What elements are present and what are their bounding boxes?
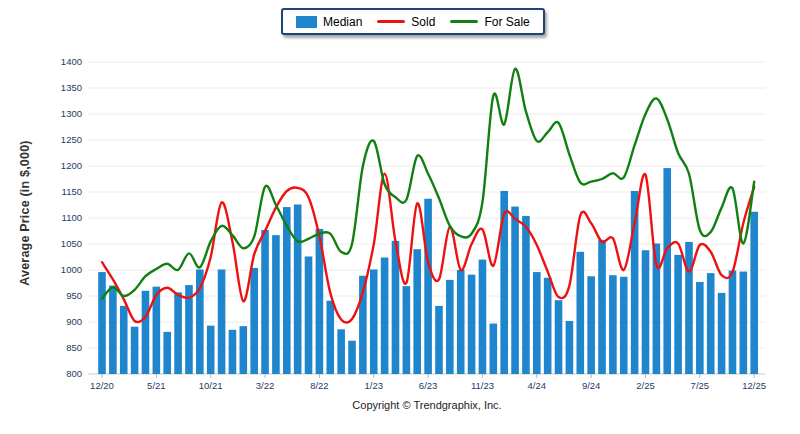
legend-item-sold: Sold bbox=[377, 15, 435, 29]
median-bar bbox=[174, 292, 182, 374]
median-bar bbox=[555, 300, 563, 374]
median-bar bbox=[272, 235, 280, 374]
copyright-footer: Copyright © Trendgraphix, Inc. bbox=[0, 399, 800, 411]
median-bar bbox=[229, 330, 237, 374]
median-bar bbox=[435, 306, 443, 374]
median-bar bbox=[750, 212, 758, 374]
median-bar bbox=[413, 249, 421, 374]
median-bar bbox=[729, 271, 737, 374]
median-bar bbox=[718, 293, 726, 374]
median-bar bbox=[457, 270, 465, 374]
median-bar bbox=[587, 276, 595, 374]
y-tick-label: 1250 bbox=[61, 134, 82, 145]
sold-line-swatch bbox=[377, 20, 405, 23]
x-tick-label: 8/22 bbox=[310, 380, 329, 391]
median-bar bbox=[609, 275, 617, 374]
median-bar bbox=[370, 269, 378, 374]
y-tick-label: 1400 bbox=[61, 56, 82, 67]
x-tick-label: 7/25 bbox=[691, 380, 710, 391]
y-tick-label: 1150 bbox=[62, 186, 82, 197]
median-bar bbox=[348, 341, 356, 374]
median-bar bbox=[337, 329, 345, 374]
median-bar bbox=[544, 278, 552, 374]
median-bar bbox=[490, 324, 498, 374]
median-bar bbox=[207, 326, 215, 374]
x-tick-label: 2/25 bbox=[636, 380, 655, 391]
median-bar bbox=[533, 272, 541, 374]
x-tick-label: 6/23 bbox=[419, 380, 438, 391]
median-bar bbox=[109, 286, 117, 374]
median-bar bbox=[663, 168, 671, 374]
median-bar bbox=[131, 327, 139, 374]
median-bar bbox=[98, 272, 106, 374]
legend-label-for-sale: For Sale bbox=[484, 15, 529, 29]
x-tick-label: 1/23 bbox=[365, 380, 384, 391]
y-tick-label: 1000 bbox=[61, 264, 82, 275]
median-bar bbox=[250, 268, 258, 374]
median-bar bbox=[511, 207, 519, 374]
x-tick-label: 3/22 bbox=[256, 380, 275, 391]
median-bar bbox=[468, 275, 476, 374]
median-bar bbox=[522, 216, 530, 374]
y-tick-label: 1200 bbox=[61, 160, 82, 171]
median-bar bbox=[240, 326, 248, 374]
median-bar bbox=[446, 280, 454, 374]
legend-label-sold: Sold bbox=[411, 15, 435, 29]
median-bar bbox=[598, 240, 606, 374]
x-tick-label: 4/24 bbox=[528, 380, 547, 391]
median-bar bbox=[566, 321, 574, 374]
legend-item-for-sale: For Sale bbox=[450, 15, 529, 29]
median-bar bbox=[424, 199, 432, 374]
median-bar bbox=[142, 291, 150, 374]
median-bar bbox=[261, 230, 269, 374]
y-axis-title: Average Price (in $,000) bbox=[18, 108, 32, 318]
y-tick-label: 800 bbox=[66, 368, 82, 379]
y-tick-label: 950 bbox=[66, 290, 82, 301]
median-bar bbox=[305, 256, 313, 374]
legend-label-median: Median bbox=[323, 15, 362, 29]
median-bar bbox=[120, 306, 128, 374]
x-tick-label: 10/21 bbox=[199, 380, 223, 391]
median-bar bbox=[403, 286, 411, 374]
y-tick-label: 1050 bbox=[61, 238, 82, 249]
x-tick-label: 12/25 bbox=[742, 380, 766, 391]
median-bar bbox=[642, 250, 650, 374]
y-tick-label: 1100 bbox=[62, 212, 82, 223]
median-bar bbox=[294, 204, 302, 374]
y-tick-label: 850 bbox=[66, 342, 82, 353]
median-bar bbox=[620, 277, 628, 374]
y-tick-label: 900 bbox=[66, 316, 82, 327]
chart-container: 8008509009501000105011001150120012501300… bbox=[0, 0, 800, 434]
legend-item-median: Median bbox=[296, 15, 362, 29]
x-tick-label: 9/24 bbox=[582, 380, 601, 391]
median-bar bbox=[381, 258, 389, 374]
median-swatch bbox=[296, 16, 317, 28]
median-bar bbox=[576, 252, 584, 374]
y-tick-label: 1300 bbox=[61, 108, 82, 119]
median-bar bbox=[500, 191, 508, 374]
median-bar bbox=[696, 282, 704, 374]
median-bar bbox=[218, 269, 226, 374]
median-bar bbox=[740, 272, 748, 374]
y-tick-label: 1350 bbox=[61, 82, 82, 93]
median-bar bbox=[685, 242, 693, 374]
legend: Median Sold For Sale bbox=[281, 8, 545, 35]
price-trend-chart: 8008509009501000105011001150120012501300… bbox=[0, 0, 800, 434]
median-bar bbox=[707, 273, 715, 374]
median-bar bbox=[163, 332, 171, 374]
median-bar bbox=[479, 260, 487, 374]
median-bar bbox=[674, 255, 682, 374]
median-bar bbox=[326, 301, 334, 374]
x-tick-label: 11/23 bbox=[471, 380, 494, 391]
for-sale-line-swatch bbox=[450, 20, 478, 23]
x-tick-label: 12/20 bbox=[90, 380, 114, 391]
x-tick-label: 5/21 bbox=[147, 380, 166, 391]
